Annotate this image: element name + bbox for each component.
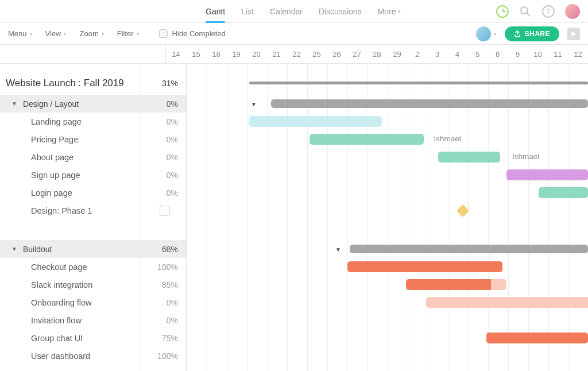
date-cell: 26 <box>327 45 347 63</box>
task-progress: 0% <box>167 298 178 307</box>
gantt-chart-pane: ▼IshmaelIshmael▼ <box>187 64 588 371</box>
assignee-dropdown[interactable]: ▾ <box>476 26 497 41</box>
help-icon[interactable]: ? <box>542 5 555 18</box>
task-progress: 0% <box>167 99 178 109</box>
group-summary-bar[interactable] <box>350 245 589 253</box>
task-row[interactable]: Onboarding flow0% <box>0 293 186 311</box>
gantt-task-row: Ishmael <box>187 130 588 148</box>
group-row[interactable]: ▼Buildout68% <box>0 240 186 258</box>
group-summary-row: ▼ <box>187 95 588 113</box>
task-bar[interactable] <box>426 297 589 308</box>
clock-icon[interactable] <box>496 5 509 18</box>
task-label: Buildout <box>23 245 52 254</box>
search-icon[interactable] <box>519 5 532 18</box>
task-label: Website Launch : Fall 2019 <box>6 78 124 89</box>
date-cell: 11 <box>548 45 568 63</box>
view-label: View <box>45 29 61 38</box>
task-row[interactable]: Checkout page100% <box>0 258 186 276</box>
task-row[interactable]: Group chat UI75% <box>0 329 186 347</box>
timeline-header: 141518192021222526272829234569101112 <box>0 45 588 64</box>
tab-gantt[interactable]: Gantt <box>206 0 225 22</box>
task-label: Group chat UI <box>31 334 83 343</box>
user-avatar[interactable] <box>565 4 580 19</box>
tab-more[interactable]: More ▾ <box>378 0 401 22</box>
svg-point-0 <box>521 7 528 14</box>
assignee-avatar <box>476 26 491 41</box>
play-icon[interactable]: ▶ <box>567 28 580 40</box>
gantt-task-row <box>187 347 588 365</box>
task-bar[interactable] <box>506 169 589 180</box>
task-bar[interactable] <box>347 261 502 272</box>
date-cell: 15 <box>186 45 206 63</box>
toolbar: Menu▾ View▾ Zoom▾ Filter▾ Hide Completed… <box>0 23 588 45</box>
date-cell: 25 <box>307 45 327 63</box>
chevron-down-icon: ▾ <box>30 31 33 37</box>
task-row[interactable]: User dashboard100% <box>0 347 186 365</box>
task-label: Pricing Page <box>31 135 78 144</box>
share-label: SHARE <box>524 30 550 38</box>
task-bar[interactable] <box>486 333 589 343</box>
zoom-dropdown[interactable]: Zoom▾ <box>79 29 104 38</box>
tab-list[interactable]: List <box>241 0 254 22</box>
timeline-dates: 141518192021222526272829234569101112 <box>166 45 588 63</box>
hide-completed-toggle[interactable]: Hide Completed <box>159 29 226 38</box>
task-label: Slack integration <box>31 280 92 289</box>
checkbox-icon[interactable] <box>160 206 170 216</box>
filter-dropdown[interactable]: Filter▾ <box>117 29 140 38</box>
task-bar[interactable] <box>249 116 382 127</box>
gantt-task-row <box>187 166 588 184</box>
task-row[interactable]: Sign up page0% <box>0 166 186 184</box>
task-progress: 0% <box>167 188 178 198</box>
date-cell: 5 <box>467 45 488 63</box>
tab-calendar[interactable]: Calendar <box>270 0 303 22</box>
group-summary-bar[interactable] <box>271 99 588 108</box>
timeline-header-left <box>0 45 166 63</box>
collapse-icon[interactable]: ▼ <box>251 101 257 107</box>
chevron-down-icon: ▾ <box>137 31 140 37</box>
checkbox-icon[interactable] <box>159 29 168 38</box>
task-label: Checkout page <box>31 262 87 272</box>
tab-more-label: More <box>378 7 396 16</box>
share-icon <box>514 30 521 37</box>
project-summary-row <box>187 72 588 95</box>
date-cell: 20 <box>246 45 266 63</box>
menu-dropdown[interactable]: Menu▾ <box>8 29 33 38</box>
task-progress: 100% <box>157 351 178 361</box>
date-cell: 27 <box>347 45 367 63</box>
collapse-icon[interactable]: ▼ <box>11 101 17 107</box>
assignee-label: Ishmael <box>434 134 461 143</box>
menu-label: Menu <box>8 29 27 38</box>
task-progress: 100% <box>157 262 178 272</box>
date-cell: 2 <box>407 45 427 63</box>
tab-discussions[interactable]: Discussions <box>319 0 362 22</box>
task-bar[interactable] <box>406 279 506 290</box>
collapse-icon[interactable]: ▼ <box>335 246 341 253</box>
task-row[interactable]: Design: Phase 1 <box>0 202 186 219</box>
task-row[interactable]: Login page0% <box>0 184 186 202</box>
gantt-task-row <box>187 184 588 202</box>
share-button[interactable]: SHARE <box>505 26 559 41</box>
task-row[interactable]: Landing page0% <box>0 113 186 130</box>
view-dropdown[interactable]: View▾ <box>45 29 67 38</box>
group-summary-row: ▼ <box>187 240 588 258</box>
date-cell: 6 <box>488 45 508 63</box>
project-summary-bar[interactable] <box>249 82 589 84</box>
task-row[interactable]: About page0% <box>0 148 186 166</box>
collapse-icon[interactable]: ▼ <box>11 246 17 252</box>
gantt-task-row <box>187 311 588 329</box>
task-label: Design: Phase 1 <box>31 206 92 215</box>
task-progress: 0% <box>167 171 178 180</box>
task-bar[interactable] <box>438 152 501 163</box>
task-label: Login page <box>31 188 72 198</box>
task-row[interactable]: Slack integration85% <box>0 276 186 293</box>
toolbar-right: ▾ SHARE ▶ <box>476 26 580 41</box>
task-bar[interactable] <box>310 134 424 145</box>
task-bar[interactable] <box>539 187 589 198</box>
task-row[interactable]: Pricing Page0% <box>0 130 186 148</box>
group-row[interactable]: ▼Design / Layout0% <box>0 95 186 113</box>
nav-tabs: Gantt List Calendar Discussions More ▾ <box>206 0 401 22</box>
date-cell: 4 <box>447 45 467 63</box>
task-row[interactable]: Invitation flow0% <box>0 311 186 329</box>
milestone-icon[interactable] <box>456 204 469 218</box>
task-list-pane: Website Launch : Fall 201931%▼Design / L… <box>0 64 187 371</box>
